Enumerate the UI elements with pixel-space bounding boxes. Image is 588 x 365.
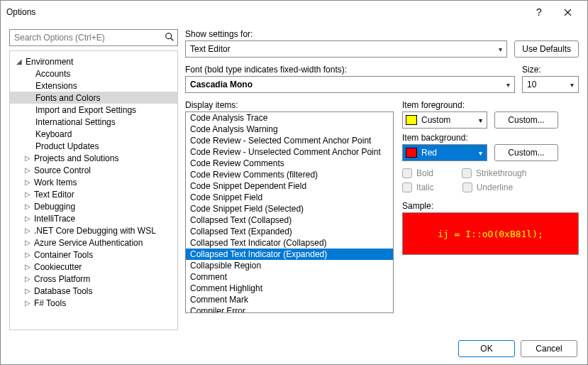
item-background-label: Item background: (402, 133, 579, 143)
list-item[interactable]: Code Snippet Dependent Field (186, 180, 393, 192)
list-item[interactable]: Code Review Comments (186, 158, 393, 169)
dialog-footer: OK Cancel (1, 333, 587, 364)
list-item[interactable]: Code Snippet Field (Selected) (186, 203, 393, 214)
background-custom-button[interactable]: Custom... (494, 144, 558, 161)
tree-item[interactable]: Import and Export Settings (10, 104, 177, 116)
list-item[interactable]: Code Review - Unselected Comment Anchor … (186, 146, 393, 158)
chevron-down-icon: ▾ (499, 45, 502, 53)
close-button[interactable] (553, 1, 582, 23)
item-foreground-label: Item foreground: (402, 100, 579, 110)
tree-item[interactable]: Extensions (10, 80, 177, 92)
svg-line-1 (171, 38, 174, 41)
tree-item[interactable]: ▷Cross Platform (10, 273, 177, 285)
tree-item[interactable]: ▷Cookiecutter (10, 261, 177, 273)
bold-checkbox: Bold (402, 168, 433, 178)
font-label: Font (bold type indicates fixed-width fo… (185, 65, 515, 75)
chevron-right-icon: ▷ (23, 299, 33, 307)
chevron-right-icon: ▷ (23, 287, 33, 295)
list-item[interactable]: Collapsed Text (Expanded) (186, 226, 393, 237)
titlebar: Options ? (1, 1, 587, 23)
tree-item[interactable]: ▷Work Items (10, 176, 177, 188)
tree-item-environment[interactable]: ◢ Environment (10, 55, 177, 67)
list-item[interactable]: Collapsed Text Indicator (Collapsed) (186, 237, 393, 249)
close-icon (564, 9, 572, 16)
list-item[interactable]: Collapsed Text Indicator (Expanded) (186, 249, 393, 260)
svg-point-0 (166, 33, 172, 39)
options-dialog: Options ? ◢ Environment AccountsExtensio… (0, 0, 588, 365)
tree-item[interactable]: ▷IntelliTrace (10, 212, 177, 224)
tree-item[interactable]: Keyboard (10, 128, 177, 140)
tree-item[interactable]: ▷Database Tools (10, 285, 177, 297)
underline-checkbox: Underline (462, 182, 513, 192)
color-swatch (406, 148, 417, 158)
tree-item[interactable]: International Settings (10, 116, 177, 128)
use-defaults-button[interactable]: Use Defaults (514, 40, 579, 58)
tree-item[interactable]: Accounts (10, 67, 177, 80)
list-item[interactable]: Collapsed Text (Collapsed) (186, 214, 393, 226)
search-input[interactable] (10, 30, 177, 45)
chevron-right-icon: ▷ (23, 251, 33, 258)
cancel-button[interactable]: Cancel (521, 340, 577, 357)
chevron-right-icon: ▷ (23, 166, 33, 174)
list-item[interactable]: Collapsible Region (186, 260, 393, 271)
tree-item[interactable]: Fonts and Colors (10, 92, 177, 104)
display-items-label: Display items: (185, 100, 394, 110)
chevron-down-icon: ▾ (479, 116, 482, 124)
foreground-custom-button[interactable]: Custom... (494, 111, 558, 129)
list-item[interactable]: Comment Highlight (186, 283, 393, 294)
list-item[interactable]: Comment (186, 271, 393, 283)
list-item[interactable]: Code Analysis Warning (186, 124, 393, 135)
list-item[interactable]: Code Snippet Field (186, 192, 393, 203)
size-label: Size: (522, 65, 579, 75)
sample-label: Sample: (402, 201, 579, 211)
strikethrough-checkbox: Strikethrough (462, 168, 526, 178)
show-settings-select[interactable]: Text Editor ▾ (185, 40, 507, 58)
chevron-right-icon: ▷ (23, 154, 33, 162)
chevron-down-icon: ▾ (479, 149, 482, 157)
list-item[interactable]: Code Review Comments (filtered) (186, 169, 393, 180)
list-item[interactable]: Code Analysis Trace (186, 112, 393, 124)
italic-checkbox: Italic (402, 182, 434, 192)
chevron-down-icon: ▾ (506, 81, 510, 89)
list-item[interactable]: Comment Mark (186, 294, 393, 305)
window-title: Options (6, 7, 525, 17)
search-box[interactable] (9, 29, 178, 46)
display-items-listbox[interactable]: Code Analysis TraceCode Analysis Warning… (185, 111, 394, 313)
chevron-right-icon: ▷ (23, 214, 33, 222)
tree-item[interactable]: ▷Container Tools (10, 249, 177, 261)
show-settings-label: Show settings for: (185, 29, 507, 39)
list-item[interactable]: Compiler Error (186, 305, 393, 313)
foreground-color-select[interactable]: Custom ▾ (402, 111, 487, 129)
tree-item[interactable]: ▷Azure Service Authentication (10, 236, 177, 249)
chevron-down-icon: ◢ (14, 58, 24, 65)
size-select[interactable]: 10 ▾ (522, 76, 579, 93)
tree-item[interactable]: ▷Debugging (10, 200, 177, 212)
chevron-right-icon: ▷ (23, 227, 33, 234)
search-icon (165, 32, 174, 44)
ok-button[interactable]: OK (458, 340, 515, 357)
tree-item[interactable]: ▷Source Control (10, 164, 177, 176)
font-select[interactable]: Cascadia Mono ▾ (185, 76, 515, 93)
tree-item[interactable]: ▷F# Tools (10, 297, 177, 309)
chevron-right-icon: ▷ (23, 275, 33, 283)
chevron-right-icon: ▷ (23, 202, 33, 210)
tree-item[interactable]: ▷Projects and Solutions (10, 152, 177, 164)
sample-preview: ij = I::oO(0xB81l); (402, 212, 579, 255)
help-button[interactable]: ? (525, 1, 553, 23)
chevron-down-icon: ▾ (570, 81, 574, 89)
tree-item[interactable]: ▷.NET Core Debugging with WSL (10, 224, 177, 236)
chevron-right-icon: ▷ (23, 239, 33, 246)
background-color-select[interactable]: Red ▾ (402, 144, 487, 161)
chevron-right-icon: ▷ (23, 178, 33, 186)
options-tree[interactable]: ◢ Environment AccountsExtensionsFonts an… (9, 50, 178, 330)
list-item[interactable]: Code Review - Selected Comment Anchor Po… (186, 135, 393, 146)
tree-item[interactable]: ▷Text Editor (10, 188, 177, 200)
tree-item[interactable]: Product Updates (10, 140, 177, 152)
chevron-right-icon: ▷ (23, 190, 33, 198)
color-swatch (406, 115, 417, 125)
chevron-right-icon: ▷ (23, 263, 33, 271)
sample-text: ij = I::oO(0xB81l); (438, 229, 543, 239)
